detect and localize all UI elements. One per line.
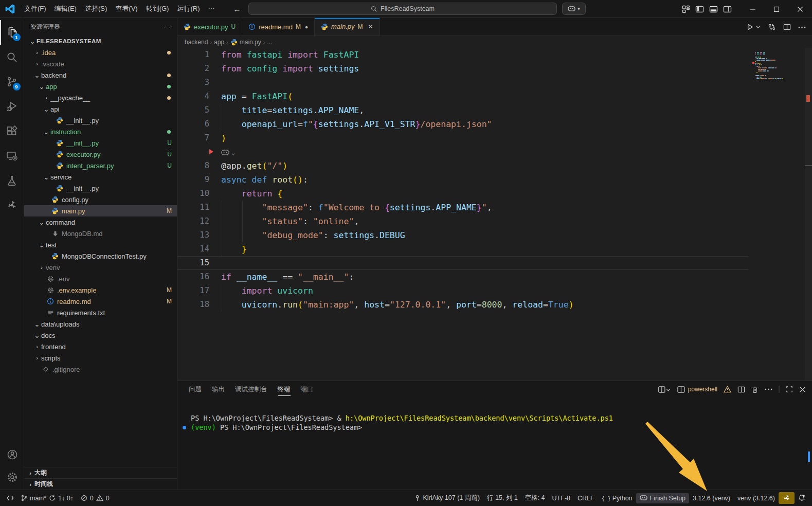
dirty-dot-icon[interactable]: ● [305,24,308,30]
tree-item-frontend[interactable]: ›frontend [24,341,177,352]
activity-search[interactable] [0,45,24,69]
outline-section[interactable]: ›大纲 [24,467,177,478]
tree-item-backend[interactable]: ⌄backend [24,69,177,81]
activity-account[interactable] [0,443,24,466]
tree-item-api[interactable]: ⌄api [24,103,177,115]
warning-icon[interactable] [724,386,731,393]
close-tab-icon[interactable]: ✕ [368,23,373,30]
tree-item-__init__.py[interactable]: __init__.py [24,183,177,194]
tree-item-command[interactable]: ⌄command [24,216,177,228]
more-icon[interactable] [765,388,772,390]
copilot-menu-button[interactable]: ▾ [562,3,586,15]
layout-sidebar-left-icon[interactable] [695,5,704,13]
panel-tab-终端[interactable]: 终端 [274,382,295,397]
tree-item-FILESREADSYSTEAM[interactable]: ⌄FILESREADSYSTEAM [24,35,177,47]
panel-tab-调试控制台[interactable]: 调试控制台 [231,382,272,397]
activity-run-debug[interactable] [0,94,24,119]
tree-item-MongoDB.md[interactable]: MongoDB.md [24,228,177,239]
tree-item-requirements.txt[interactable]: requirements.txt [24,307,177,318]
panel-tab-输出[interactable]: 输出 [208,382,229,397]
activity-explorer[interactable]: 1 [0,20,24,45]
activity-settings[interactable] [0,466,24,489]
open-changes-icon[interactable] [768,23,776,31]
tree-item-venv[interactable]: ›venv [24,262,177,273]
shell-label[interactable]: powershell [688,386,717,393]
panel-tab-问题[interactable]: 问题 [185,382,206,397]
timeline-section[interactable]: ›时间线 [24,478,177,490]
menu-g[interactable]: 转到(G) [142,3,173,15]
tree-item-intent_parser.py[interactable]: intent_parser.pyU [24,160,177,171]
tree-item-main.py[interactable]: main.pyM [24,205,177,216]
activity-testing[interactable] [0,168,24,193]
tree-item-app[interactable]: ⌄app [24,81,177,92]
breadcrumb-item-mainpy[interactable]: main.py [240,39,261,46]
tab-executor.py[interactable]: executor.pyU [177,18,242,35]
tree-item-__init__.py[interactable]: __init__.pyU [24,137,177,149]
breadcrumb-item-backend[interactable]: backend [185,39,208,46]
terminal[interactable]: PS H:\OwnProject\FilesReadSysteam> & h:\… [177,397,812,490]
tree-item-.env.example[interactable]: .env.exampleM [24,284,177,296]
tree-item-__init__.py[interactable]: __init__.py [24,115,177,126]
status-notifications-bell[interactable] [795,493,809,503]
menu-e[interactable]: 编辑(E) [50,3,81,15]
layout-sidebar-right-icon[interactable] [723,5,732,13]
activity-roo-code[interactable] [0,193,24,218]
tree-item-datauploads[interactable]: ⌄data\uploads [24,318,177,330]
close-icon[interactable] [799,386,806,393]
tree-item-executor.py[interactable]: executor.pyU [24,149,177,160]
inline-copilot-widget[interactable]: ⌄ [177,145,812,159]
split-editor-icon[interactable] [783,23,791,31]
status-blame-info[interactable]: KiriAky 107 (1 周前) [411,492,483,504]
tree-item-.vscode[interactable]: ›.vscode [24,58,177,69]
command-decoration-icon[interactable] [183,426,186,429]
menu-overflow[interactable]: ··· [204,3,219,15]
trash-icon[interactable] [751,386,759,393]
tree-item-readme.md[interactable]: readme.mdM [24,296,177,307]
command-center-search[interactable]: FilesReadSysteam [248,3,557,15]
split-icon[interactable] [737,386,745,393]
status-roo-code-status[interactable] [779,492,795,504]
status-python-interpreter[interactable]: 3.12.6 (venv) [689,493,734,503]
tree-item-instruction[interactable]: ⌄instruction [24,126,177,137]
tree-item-config.py[interactable]: config.py [24,194,177,205]
status-cursor-position[interactable]: 行 15, 列 1 [483,492,521,504]
layout-customize-icon[interactable] [682,5,690,13]
status-indentation[interactable]: 空格: 4 [521,492,549,504]
panel-tab-端口[interactable]: 端口 [297,382,318,397]
tree-item-.idea[interactable]: ›.idea [24,47,177,58]
tab-readme.md[interactable]: readme.mdM● [242,18,315,35]
activity-remote-explorer[interactable] [0,143,24,168]
tree-item-MongoDBConnectionTest.py[interactable]: MongoDBConnectionTest.py [24,250,177,262]
activity-source-control[interactable]: 9 [0,69,24,94]
menu-r[interactable]: 运行(R) [173,3,204,15]
status-language-mode[interactable]: { }Python [598,493,636,503]
close-button[interactable] [788,0,812,18]
copilot-suggest-icon[interactable]: ⌄ [221,145,235,160]
activity-extensions[interactable] [0,119,24,143]
breadcrumb-item-app[interactable]: app [214,39,224,46]
tree-item-__pycache__[interactable]: ›__pycache__ [24,92,177,103]
menu-f[interactable]: 文件(F) [20,3,50,15]
status-copilot-finish-setup[interactable]: Finish Setup [636,493,689,503]
menu-s[interactable]: 选择(S) [81,3,111,15]
maximize-button[interactable] [765,0,788,18]
status-remote-indicator[interactable] [3,493,17,503]
status-venv-selector[interactable]: venv (3.12.6) [734,493,779,503]
tree-item-.gitignore[interactable]: .gitignore [24,364,177,375]
terminal-scrollbar[interactable] [808,451,810,462]
tree-item-docs[interactable]: ⌄docs [24,330,177,341]
maximize-icon[interactable] [786,386,793,393]
status-problems[interactable]: 00 [77,493,113,503]
tree-item-.env[interactable]: .env [24,273,177,284]
breadcrumb[interactable]: backend›app›main.py›... [177,36,812,48]
run-icon[interactable] [746,23,754,31]
menu-v[interactable]: 查看(V) [111,3,141,15]
terminal-tab-icon[interactable] [677,386,685,393]
code-editor[interactable]: 1from fastapi import FastAPI2from config… [177,48,812,381]
tab-main.py[interactable]: main.pyM✕ [315,18,380,35]
back-arrow-icon[interactable]: ← [233,5,241,13]
dropdown-icon[interactable] [756,25,761,29]
tree-item-scripts[interactable]: ›scripts [24,352,177,364]
status-encoding[interactable]: UTF-8 [549,493,574,503]
more-icon[interactable] [798,26,806,28]
